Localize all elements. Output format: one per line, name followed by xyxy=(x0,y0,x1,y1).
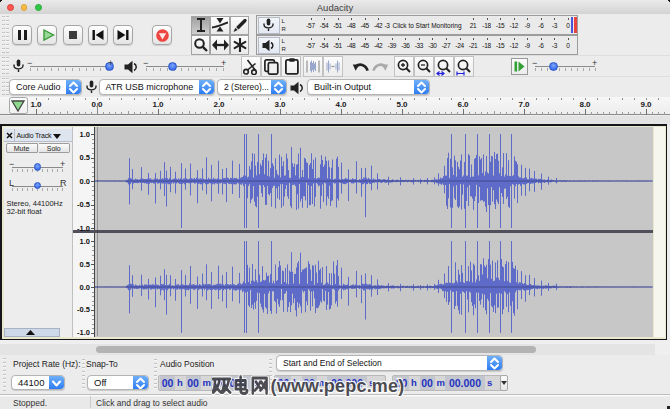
svg-text:(www.pepc.me): (www.pepc.me) xyxy=(271,376,405,396)
